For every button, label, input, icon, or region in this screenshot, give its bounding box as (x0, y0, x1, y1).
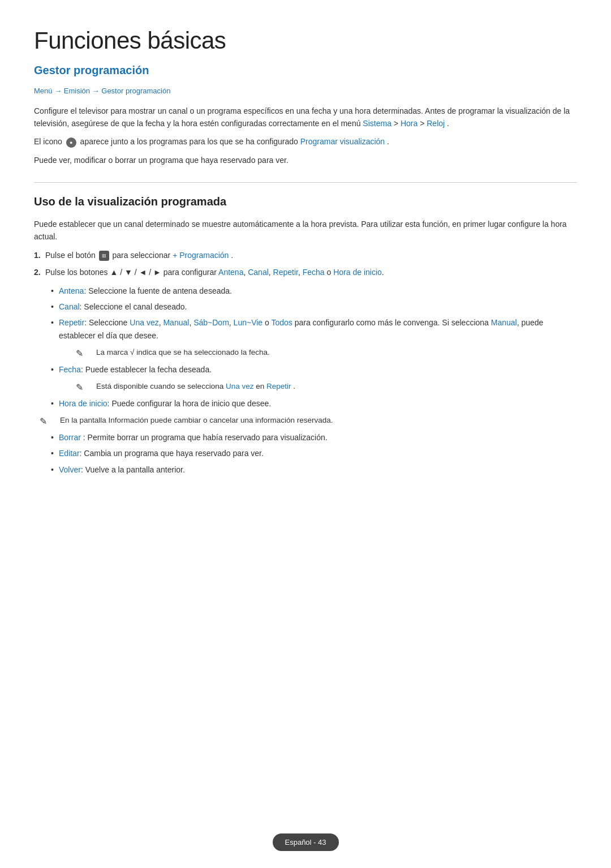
note-screen: ✎ En la pantalla Información puede cambi… (40, 414, 577, 427)
breadcrumb-manager[interactable]: Gestor programación (101, 87, 170, 95)
intro-reloj-link[interactable]: Reloj (427, 119, 445, 128)
note-icon-pencil2: ✎ (76, 380, 83, 395)
step1-link[interactable]: + Programación (173, 251, 229, 260)
step2-fecha[interactable]: Fecha (303, 268, 325, 277)
step1-button-icon: ⊞ (99, 251, 109, 261)
bullet-hora-inicio: Hora de inicio: Puede configurar la hora… (51, 397, 577, 410)
note-fecha-repetir[interactable]: Repetir (266, 382, 291, 390)
step1-end: . (231, 251, 233, 260)
bullet-antena: Antena: Seleccione la fuente de antena d… (51, 285, 577, 297)
step2-arrows: ▲ / ▼ / ◄ / ► (110, 268, 161, 277)
bullet-borrar-label[interactable]: Borrar (59, 433, 81, 442)
note-screen-icon: ✎ (40, 414, 47, 429)
step-1: 1. Pulse el botón ⊞ para seleccionar + P… (34, 249, 577, 261)
repetir-lun-vie[interactable]: Lun~Vie (234, 318, 263, 327)
icon-text-pre: El icono (34, 137, 62, 146)
bullet-repetir-label[interactable]: Repetir (59, 318, 84, 327)
repetir-todos[interactable]: Todos (271, 318, 292, 327)
icon-link[interactable]: Programar visualización (300, 137, 385, 146)
bullet-hora-inicio-label[interactable]: Hora de inicio (59, 399, 107, 408)
bullet-editar-label[interactable]: Editar (59, 449, 80, 458)
subsection-title: Uso de la visualización programada (34, 182, 577, 210)
icon-text-post: aparece junto a los programas para los q… (80, 137, 298, 146)
bullet-fecha-label[interactable]: Fecha (59, 365, 81, 374)
breadcrumb-menu[interactable]: Menú (34, 87, 53, 95)
footer-bar: Español - 43 (0, 833, 611, 852)
intro-hora-link[interactable]: Hora (401, 119, 418, 128)
breadcrumb-emission[interactable]: Emisión (64, 87, 90, 95)
step2-text-prefix: Pulse los botones (45, 268, 108, 277)
breadcrumb: Menú → Emisión → Gestor programación (34, 85, 577, 97)
numbered-steps: 1. Pulse el botón ⊞ para seleccionar + P… (34, 249, 577, 279)
icon-paragraph: El icono ● aparece junto a los programas… (34, 135, 577, 148)
bullet-borrar: Borrar : Permite borrar un programa que … (51, 431, 577, 444)
bullet-canal: Canal: Seleccione el canal deseado. (51, 300, 577, 313)
step2-antena[interactable]: Antena (218, 268, 243, 277)
step1-text: para seleccionar (113, 251, 171, 260)
note-fecha: ✎ Está disponible cuando se selecciona U… (76, 380, 577, 393)
icon-end: . (387, 137, 389, 146)
repetir-una-vez[interactable]: Una vez (130, 318, 158, 327)
bullet-list-2: Borrar : Permite borrar un programa que … (34, 431, 577, 476)
step1-text-prefix: Pulse el botón (45, 251, 96, 260)
note-marca-text: La marca √ indica que se ha seleccionado… (96, 348, 270, 356)
bullet-volver: Volver: Vuelve a la pantalla anterior. (51, 463, 577, 476)
note-fecha-una-vez[interactable]: Una vez (226, 382, 254, 390)
intro-sep1: > (394, 119, 401, 128)
bullet-repetir: Repetir: Seleccione Una vez, Manual, Sáb… (51, 316, 577, 358)
step2-hora-inicio[interactable]: Hora de inicio (333, 268, 382, 277)
note-icon-pencil: ✎ (76, 346, 83, 361)
footer-label: Español - 43 (273, 833, 339, 852)
bullet-editar: Editar: Cambia un programa que haya rese… (51, 447, 577, 459)
intro-end: . (447, 119, 449, 128)
note-marca: ✎ La marca √ indica que se ha selecciona… (76, 346, 577, 359)
repetir-manual[interactable]: Manual (163, 318, 189, 327)
bullet-antena-label[interactable]: Antena (59, 286, 84, 295)
bullet-volver-label[interactable]: Volver (59, 465, 81, 474)
intro-paragraph: Configure el televisor para mostrar un c… (34, 105, 577, 130)
bullet-fecha: Fecha: Puede establecer la fecha deseada… (51, 363, 577, 393)
intro-sep2: > (420, 119, 427, 128)
breadcrumb-arrow1: → (54, 87, 64, 95)
page-title: Funciones básicas (34, 23, 577, 58)
step2-text: para configurar (163, 268, 217, 277)
repetir-sab-dom[interactable]: Sáb~Dom (193, 318, 229, 327)
bullet-list-main: Antena: Seleccione la fuente de antena d… (34, 285, 577, 410)
step-2: 2. Pulse los botones ▲ / ▼ / ◄ / ► para … (34, 266, 577, 278)
can-text: Puede ver, modificar o borrar un program… (34, 154, 577, 166)
section-title: Gestor programación (34, 62, 577, 79)
schedule-icon: ● (66, 137, 76, 148)
step2-repetir[interactable]: Repetir (273, 268, 298, 277)
note-fecha-text: Está disponible cuando se selecciona (96, 382, 226, 390)
bullet-canal-label[interactable]: Canal (59, 302, 80, 311)
intro-sistema-link[interactable]: Sistema (363, 119, 391, 128)
breadcrumb-arrow2: → (92, 87, 102, 95)
subsection-intro: Puede establecer que un canal determinad… (34, 218, 577, 243)
repetir-manual2[interactable]: Manual (491, 318, 517, 327)
intro-text: Configure el televisor para mostrar un c… (34, 106, 570, 128)
step2-canal[interactable]: Canal (248, 268, 269, 277)
note-screen-text: En la pantalla Información puede cambiar… (60, 416, 333, 424)
